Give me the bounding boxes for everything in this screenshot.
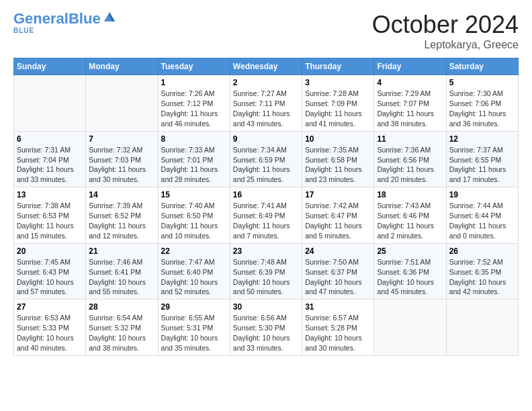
- day-info: Sunrise: 7:35 AM Sunset: 6:58 PM Dayligh…: [305, 146, 362, 184]
- day-info: Sunrise: 6:55 AM Sunset: 5:31 PM Dayligh…: [161, 314, 218, 352]
- day-info: Sunrise: 7:33 AM Sunset: 7:01 PM Dayligh…: [161, 146, 218, 184]
- weekday-header: Saturday: [446, 58, 518, 75]
- day-info: Sunrise: 7:31 AM Sunset: 7:04 PM Dayligh…: [17, 146, 74, 184]
- day-number: 28: [89, 302, 154, 312]
- day-number: 23: [233, 246, 299, 257]
- day-number: 15: [161, 189, 227, 200]
- day-info: Sunrise: 7:50 AM Sunset: 6:37 PM Dayligh…: [305, 258, 362, 296]
- logo-blue: Blue: [69, 10, 101, 27]
- day-number: 21: [89, 246, 154, 257]
- calendar-cell: [14, 75, 86, 132]
- day-info: Sunrise: 7:34 AM Sunset: 6:59 PM Dayligh…: [233, 146, 290, 184]
- day-number: 18: [377, 189, 443, 200]
- day-info: Sunrise: 7:51 AM Sunset: 6:36 PM Dayligh…: [377, 258, 434, 296]
- day-number: 1: [161, 77, 227, 88]
- weekday-header: Wednesday: [230, 58, 302, 75]
- day-number: 6: [17, 134, 83, 144]
- weekday-header: Thursday: [302, 58, 374, 75]
- day-number: 26: [449, 246, 515, 257]
- day-info: Sunrise: 7:36 AM Sunset: 6:56 PM Dayligh…: [377, 146, 434, 184]
- day-info: Sunrise: 7:46 AM Sunset: 6:41 PM Dayligh…: [89, 258, 146, 296]
- calendar-cell: 10Sunrise: 7:35 AM Sunset: 6:58 PM Dayli…: [302, 131, 374, 187]
- day-number: 24: [305, 246, 371, 257]
- calendar-cell: 17Sunrise: 7:42 AM Sunset: 6:47 PM Dayli…: [302, 187, 374, 244]
- logo-general: General: [13, 10, 69, 27]
- calendar-cell: 19Sunrise: 7:44 AM Sunset: 6:44 PM Dayli…: [446, 187, 518, 244]
- day-number: 2: [233, 77, 299, 88]
- day-number: 12: [449, 134, 515, 144]
- calendar-table: SundayMondayTuesdayWednesdayThursdayFrid…: [13, 58, 519, 356]
- calendar-cell: 31Sunrise: 6:57 AM Sunset: 5:28 PM Dayli…: [302, 300, 374, 356]
- weekday-header: Monday: [86, 58, 158, 75]
- calendar-week-row: 13Sunrise: 7:38 AM Sunset: 6:53 PM Dayli…: [14, 187, 519, 244]
- day-number: 5: [449, 77, 515, 88]
- weekday-header: Tuesday: [158, 58, 230, 75]
- calendar-cell: [446, 300, 518, 356]
- day-info: Sunrise: 7:30 AM Sunset: 7:06 PM Dayligh…: [449, 89, 506, 128]
- day-info: Sunrise: 7:37 AM Sunset: 6:55 PM Dayligh…: [449, 146, 506, 184]
- header: GeneralBlue BLUE October 2024 Leptokarya…: [13, 11, 519, 51]
- day-info: Sunrise: 6:56 AM Sunset: 5:30 PM Dayligh…: [233, 314, 290, 352]
- calendar-cell: 2Sunrise: 7:27 AM Sunset: 7:11 PM Daylig…: [230, 75, 302, 132]
- day-number: 16: [233, 189, 299, 200]
- calendar-cell: 20Sunrise: 7:45 AM Sunset: 6:43 PM Dayli…: [14, 243, 86, 300]
- day-info: Sunrise: 6:54 AM Sunset: 5:32 PM Dayligh…: [89, 314, 146, 352]
- logo-text: GeneralBlue: [13, 11, 101, 27]
- calendar-cell: 13Sunrise: 7:38 AM Sunset: 6:53 PM Dayli…: [14, 187, 86, 244]
- logo-tagline: BLUE: [13, 27, 34, 34]
- day-info: Sunrise: 7:39 AM Sunset: 6:52 PM Dayligh…: [89, 201, 146, 240]
- calendar-cell: 6Sunrise: 7:31 AM Sunset: 7:04 PM Daylig…: [14, 131, 86, 187]
- calendar-cell: 14Sunrise: 7:39 AM Sunset: 6:52 PM Dayli…: [86, 187, 158, 244]
- day-info: Sunrise: 7:45 AM Sunset: 6:43 PM Dayligh…: [17, 258, 74, 296]
- day-number: 4: [377, 77, 443, 88]
- day-info: Sunrise: 7:48 AM Sunset: 6:39 PM Dayligh…: [233, 258, 290, 296]
- day-number: 8: [161, 134, 227, 144]
- calendar-cell: 11Sunrise: 7:36 AM Sunset: 6:56 PM Dayli…: [374, 131, 446, 187]
- calendar-cell: 23Sunrise: 7:48 AM Sunset: 6:39 PM Dayli…: [230, 243, 302, 300]
- calendar-cell: 25Sunrise: 7:51 AM Sunset: 6:36 PM Dayli…: [374, 243, 446, 300]
- day-number: 3: [305, 77, 371, 88]
- calendar-week-row: 1Sunrise: 7:26 AM Sunset: 7:12 PM Daylig…: [14, 75, 519, 132]
- calendar-cell: 16Sunrise: 7:41 AM Sunset: 6:49 PM Dayli…: [230, 187, 302, 244]
- calendar-cell: 22Sunrise: 7:47 AM Sunset: 6:40 PM Dayli…: [158, 243, 230, 300]
- calendar-cell: 1Sunrise: 7:26 AM Sunset: 7:12 PM Daylig…: [158, 75, 230, 132]
- day-number: 27: [17, 302, 83, 312]
- day-info: Sunrise: 7:26 AM Sunset: 7:12 PM Dayligh…: [161, 89, 218, 128]
- day-info: Sunrise: 7:44 AM Sunset: 6:44 PM Dayligh…: [449, 201, 506, 240]
- calendar-cell: 29Sunrise: 6:55 AM Sunset: 5:31 PM Dayli…: [158, 300, 230, 356]
- day-info: Sunrise: 7:40 AM Sunset: 6:50 PM Dayligh…: [161, 201, 218, 240]
- day-info: Sunrise: 7:32 AM Sunset: 7:03 PM Dayligh…: [89, 146, 146, 184]
- page: GeneralBlue BLUE October 2024 Leptokarya…: [0, 0, 532, 411]
- day-info: Sunrise: 7:27 AM Sunset: 7:11 PM Dayligh…: [233, 89, 290, 128]
- calendar-cell: 3Sunrise: 7:28 AM Sunset: 7:09 PM Daylig…: [302, 75, 374, 132]
- calendar-week-row: 27Sunrise: 6:53 AM Sunset: 5:33 PM Dayli…: [14, 300, 519, 356]
- day-number: 29: [161, 302, 227, 312]
- weekday-header: Friday: [374, 58, 446, 75]
- day-info: Sunrise: 6:53 AM Sunset: 5:33 PM Dayligh…: [17, 314, 74, 352]
- calendar-cell: 24Sunrise: 7:50 AM Sunset: 6:37 PM Dayli…: [302, 243, 374, 300]
- day-number: 13: [17, 189, 83, 200]
- calendar-cell: 7Sunrise: 7:32 AM Sunset: 7:03 PM Daylig…: [86, 131, 158, 187]
- calendar-week-row: 20Sunrise: 7:45 AM Sunset: 6:43 PM Dayli…: [14, 243, 519, 300]
- day-number: 10: [305, 134, 371, 144]
- calendar-header-row: SundayMondayTuesdayWednesdayThursdayFrid…: [14, 58, 519, 75]
- day-number: 22: [161, 246, 227, 257]
- calendar-cell: [86, 75, 158, 132]
- calendar-cell: 21Sunrise: 7:46 AM Sunset: 6:41 PM Dayli…: [86, 243, 158, 300]
- location-title: Leptokarya, Greece: [372, 39, 519, 51]
- calendar-cell: 5Sunrise: 7:30 AM Sunset: 7:06 PM Daylig…: [446, 75, 518, 132]
- title-section: October 2024 Leptokarya, Greece: [372, 11, 519, 51]
- calendar-cell: 9Sunrise: 7:34 AM Sunset: 6:59 PM Daylig…: [230, 131, 302, 187]
- day-info: Sunrise: 6:57 AM Sunset: 5:28 PM Dayligh…: [305, 314, 362, 352]
- day-info: Sunrise: 7:47 AM Sunset: 6:40 PM Dayligh…: [161, 258, 218, 296]
- calendar-cell: 12Sunrise: 7:37 AM Sunset: 6:55 PM Dayli…: [446, 131, 518, 187]
- day-number: 9: [233, 134, 299, 144]
- day-number: 30: [233, 302, 299, 312]
- calendar-cell: 26Sunrise: 7:52 AM Sunset: 6:35 PM Dayli…: [446, 243, 518, 300]
- day-info: Sunrise: 7:41 AM Sunset: 6:49 PM Dayligh…: [233, 201, 290, 240]
- calendar-cell: 15Sunrise: 7:40 AM Sunset: 6:50 PM Dayli…: [158, 187, 230, 244]
- day-number: 20: [17, 246, 83, 257]
- calendar-cell: 18Sunrise: 7:43 AM Sunset: 6:46 PM Dayli…: [374, 187, 446, 244]
- calendar-cell: 8Sunrise: 7:33 AM Sunset: 7:01 PM Daylig…: [158, 131, 230, 187]
- day-number: 7: [89, 134, 154, 144]
